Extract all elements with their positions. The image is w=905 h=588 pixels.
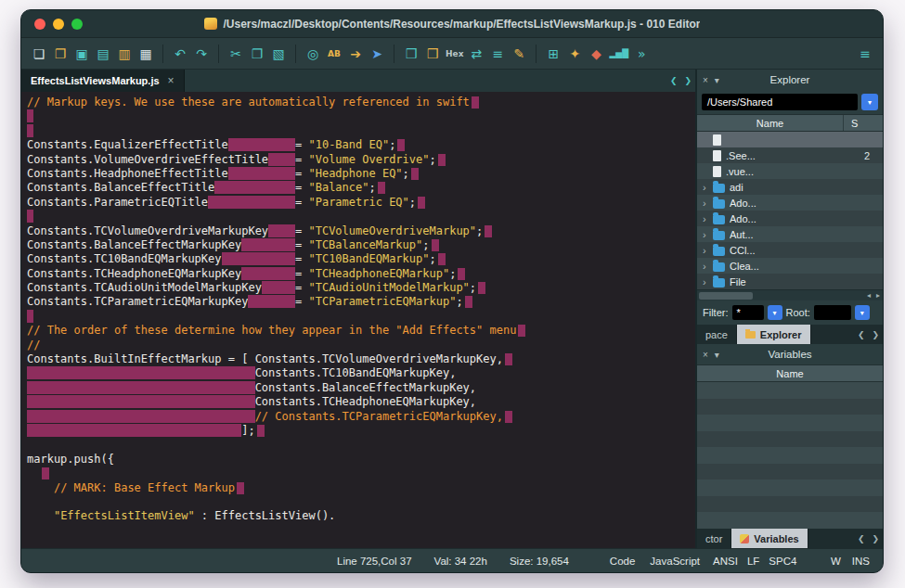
file-tree-row[interactable]: ›Aut... xyxy=(697,226,883,242)
tab-close-icon[interactable]: × xyxy=(168,74,175,87)
find-replace-icon[interactable]: AB xyxy=(326,44,343,64)
disclosure-chevron-icon[interactable]: › xyxy=(703,229,713,240)
close-window-button[interactable] xyxy=(34,19,45,30)
compare-files-icon[interactable]: ❒ xyxy=(403,44,420,64)
save-icon[interactable]: ▣ xyxy=(73,44,90,64)
disclosure-chevron-icon[interactable]: › xyxy=(703,198,713,209)
redo-icon[interactable]: ↷ xyxy=(193,44,210,64)
tab-variables[interactable]: Variables xyxy=(731,529,808,548)
root-input[interactable] xyxy=(814,305,851,320)
tab-workspace[interactable]: pace xyxy=(697,325,737,344)
goto-icon[interactable]: ➤ xyxy=(368,44,385,64)
status-write-mode[interactable]: W xyxy=(831,556,841,567)
find-next-icon[interactable]: ➔ xyxy=(347,44,364,64)
code-line[interactable]: Constants.TCAudioUnitModelMarkupKey = "T… xyxy=(27,281,695,295)
code-line[interactable]: // xyxy=(27,339,695,352)
file-tree-row[interactable]: ›Clea... xyxy=(697,258,883,274)
code-area[interactable]: // Markup keys. We use these are automat… xyxy=(21,92,695,548)
status-insert-mode[interactable]: INS xyxy=(852,556,870,567)
overflow-chevron-icon[interactable]: » xyxy=(633,44,650,64)
code-line[interactable]: // Constants.TCParametricEQMarkupKey, xyxy=(27,410,695,424)
code-line[interactable]: Constants.TCParametricEQMarkupKey = "TCP… xyxy=(27,295,695,309)
code-line[interactable] xyxy=(27,124,695,138)
file-tree-row[interactable]: ›CCl... xyxy=(697,242,883,258)
explorer-close-icon[interactable]: × xyxy=(703,75,708,85)
disclosure-chevron-icon[interactable]: › xyxy=(703,261,713,272)
scroll-right-icon[interactable]: ▸ xyxy=(873,291,883,300)
variables-menu-icon[interactable]: ▾ xyxy=(715,350,719,360)
status-byte-value[interactable]: Val: 34 22h xyxy=(434,556,487,567)
open-file-icon[interactable]: ❐ xyxy=(52,44,69,64)
disclosure-chevron-icon[interactable]: › xyxy=(703,182,713,193)
prev-tab-icon[interactable]: ❮ xyxy=(666,76,681,85)
calculator-icon[interactable]: ⊞ xyxy=(545,44,562,64)
horizontal-scrollbar[interactable]: ◂ ▸ xyxy=(697,289,883,300)
scrollbar-thumb[interactable] xyxy=(699,292,753,300)
chart-icon[interactable]: ▂▅█ xyxy=(609,44,628,64)
hex-mode-icon[interactable]: Hex xyxy=(446,44,463,64)
code-line[interactable] xyxy=(27,495,695,509)
code-line[interactable] xyxy=(27,438,695,452)
code-line[interactable]: // MARK: Base Effect Markup xyxy=(27,481,695,495)
disclosure-chevron-icon[interactable]: › xyxy=(703,213,713,224)
filter-dropdown-button[interactable]: ▾ xyxy=(768,305,782,320)
zoom-window-button[interactable] xyxy=(71,19,83,30)
status-syntax[interactable]: JavaScript xyxy=(650,556,700,567)
new-file-icon[interactable]: ❏ xyxy=(31,44,47,64)
tab-effectslistviewsmarkup[interactable]: EffectsListViewsMarkup.js × xyxy=(21,70,185,92)
code-line[interactable]: Constants.ParametricEQTitle = "Parametri… xyxy=(27,196,695,210)
file-tree-row[interactable]: ›adi xyxy=(697,179,883,195)
next-tab-icon[interactable]: ❯ xyxy=(680,76,695,85)
code-line[interactable]: markup.push({ xyxy=(27,453,695,467)
column-header-name[interactable]: Name xyxy=(697,115,844,131)
list-view-icon[interactable]: ≡ xyxy=(489,44,506,64)
status-file-size[interactable]: Size: 19,654 xyxy=(510,556,569,567)
variables-tabs-right-icon[interactable]: ❯ xyxy=(868,534,883,543)
edit-pen-icon[interactable]: ✎ xyxy=(511,44,527,64)
code-line[interactable]: // The order of these determine how they… xyxy=(27,324,695,338)
tab-explorer[interactable]: Explorer xyxy=(737,325,811,344)
status-cursor-position[interactable]: Line 725,Col 37 xyxy=(337,556,412,567)
filter-input[interactable]: * xyxy=(732,305,764,320)
code-line[interactable]: Constants.TC10BandEQMarkupKey = "TC10Ban… xyxy=(27,252,695,266)
code-line[interactable]: // Markup keys. We use these are automat… xyxy=(27,96,695,109)
menu-icon[interactable]: ≡ xyxy=(857,44,873,64)
status-encoding[interactable]: ANSI xyxy=(713,556,738,567)
minimize-window-button[interactable] xyxy=(53,19,64,30)
code-line[interactable] xyxy=(27,109,695,123)
code-line[interactable] xyxy=(27,467,695,480)
path-dropdown-button[interactable]: ▾ xyxy=(861,94,878,110)
column-header-size[interactable]: S xyxy=(844,118,883,129)
file-tree-row[interactable] xyxy=(697,132,883,147)
code-line[interactable]: Constants.BalanceEffectMarkupKey, xyxy=(27,381,695,395)
code-line[interactable]: Constants.TC10BandEQMarkupKey, xyxy=(27,366,695,380)
undo-icon[interactable]: ↶ xyxy=(172,44,188,64)
code-line[interactable] xyxy=(27,310,695,324)
code-line[interactable]: Constants.BalanceEffectTitle = "Balance"… xyxy=(27,181,695,195)
variables-column-name[interactable]: Name xyxy=(697,365,883,381)
explorer-menu-icon[interactable]: ▾ xyxy=(715,75,719,85)
file-tree-row[interactable]: ›Ado... xyxy=(697,211,883,226)
bookmark-icon[interactable]: ◆ xyxy=(588,44,604,64)
status-edit-mode[interactable]: Code xyxy=(610,556,636,567)
histogram-icon[interactable]: ❒ xyxy=(424,44,441,64)
tab-inspector[interactable]: ctor xyxy=(697,529,731,548)
code-line[interactable] xyxy=(27,210,695,224)
cut-icon[interactable]: ✂ xyxy=(227,44,244,64)
disclosure-chevron-icon[interactable]: › xyxy=(703,276,713,288)
path-input[interactable]: /Users/Shared xyxy=(702,94,858,110)
scroll-left-icon[interactable]: ◂ xyxy=(864,291,873,300)
code-line[interactable]: Constants.BalanceEffectMarkupKey = "TCBa… xyxy=(27,238,695,252)
root-dropdown-button[interactable]: ▾ xyxy=(855,305,870,320)
find-icon[interactable]: ◎ xyxy=(304,44,321,64)
code-line[interactable]: Constants.VolumeOverdriveEffectTitle = "… xyxy=(27,153,695,167)
code-line[interactable]: "EffectsListItemView" : EffectsListView(… xyxy=(27,509,695,523)
code-line[interactable]: Constants.TCVolumeOverdriveMarkupKey = "… xyxy=(27,224,695,238)
copy-icon[interactable]: ❐ xyxy=(249,44,265,64)
code-line[interactable]: Constants.EqualizerEffectTitle = "10-Ban… xyxy=(27,138,695,152)
save-all-icon[interactable]: ▥ xyxy=(116,44,133,64)
file-tree-row[interactable]: ›Ado... xyxy=(697,195,883,211)
title-bar[interactable]: /Users/maczl/Desktop/Contents/Resources/… xyxy=(21,10,883,38)
code-line[interactable]: Constants.HeadphoneEffectTitle = "Headph… xyxy=(27,167,695,181)
file-tree-row[interactable]: .See...2 xyxy=(697,147,883,163)
